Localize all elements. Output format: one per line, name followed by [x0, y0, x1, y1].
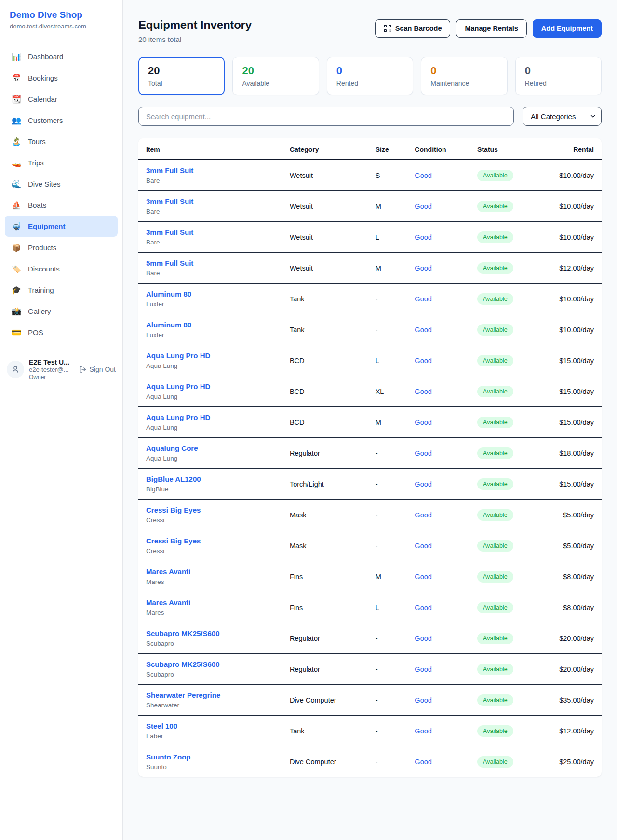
table-row: Aluminum 80 Luxfer Tank - Good Available… [138, 314, 602, 345]
item-link[interactable]: Aqua Lung Pro HD [146, 352, 210, 360]
table-row: Aqualung Core Aqua Lung Regulator - Good… [138, 438, 602, 469]
scan-barcode-button[interactable]: Scan Barcode [375, 19, 451, 38]
category-cell: Mask [282, 530, 368, 561]
condition-link[interactable]: Good [415, 635, 431, 642]
item-link[interactable]: 3mm Full Suit [146, 197, 193, 205]
search-input[interactable] [138, 107, 514, 126]
item-brand: Luxfer [146, 300, 274, 308]
sidebar-item-boats[interactable]: ⛵ Boats [5, 194, 118, 216]
stat-card-rented[interactable]: 0 Rented [327, 57, 413, 95]
rental-cell: $15.00/day [544, 469, 602, 500]
rental-cell: $15.00/day [544, 376, 602, 407]
item-link[interactable]: 3mm Full Suit [146, 166, 193, 175]
sidebar-item-equipment[interactable]: 🤿 Equipment [5, 216, 118, 237]
sidebar-item-gallery[interactable]: 📸 Gallery [5, 300, 118, 322]
item-link[interactable]: Shearwater Peregrine [146, 691, 220, 699]
condition-link[interactable]: Good [415, 172, 431, 179]
status-badge: Available [477, 417, 513, 428]
sidebar-item-label: POS [28, 328, 43, 337]
condition-link[interactable]: Good [415, 758, 431, 766]
sidebar-item-training[interactable]: 🎓 Training [5, 279, 118, 300]
condition-link[interactable]: Good [415, 573, 431, 581]
condition-link[interactable]: Good [415, 326, 431, 334]
sidebar-item-customers[interactable]: 👥 Customers [5, 109, 118, 131]
item-link[interactable]: Mares Avanti [146, 568, 190, 576]
stat-card-retired[interactable]: 0 Retired [515, 57, 602, 95]
item-link[interactable]: 5mm Full Suit [146, 259, 193, 267]
condition-link[interactable]: Good [415, 233, 431, 241]
condition-link[interactable]: Good [415, 419, 431, 426]
sidebar-item-dashboard[interactable]: 📊 Dashboard [5, 46, 118, 67]
customers-icon: 👥 [12, 116, 21, 125]
item-link[interactable]: Aqua Lung Pro HD [146, 413, 210, 421]
item-link[interactable]: Aluminum 80 [146, 290, 191, 298]
condition-link[interactable]: Good [415, 295, 431, 303]
condition-link[interactable]: Good [415, 604, 431, 611]
item-link[interactable]: Aqua Lung Pro HD [146, 382, 210, 391]
condition-link[interactable]: Good [415, 449, 431, 457]
logo-block: Demo Dive Shop demo.test.divestreams.com [0, 0, 122, 38]
sidebar-item-tours[interactable]: 🏝️ Tours [5, 131, 118, 152]
manage-rentals-button[interactable]: Manage Rentals [456, 19, 526, 38]
condition-link[interactable]: Good [415, 542, 431, 550]
equipment-icon: 🤿 [12, 222, 21, 231]
sidebar-item-bookings[interactable]: 📅 Bookings [5, 67, 118, 88]
item-brand: Cressi [146, 547, 274, 555]
condition-link[interactable]: Good [415, 480, 431, 488]
item-link[interactable]: Cressi Big Eyes [146, 506, 201, 514]
category-cell: Regulator [282, 654, 368, 685]
sidebar-item-dive-sites[interactable]: 🌊 Dive Sites [5, 173, 118, 194]
status-badge: Available [477, 694, 513, 706]
condition-link[interactable]: Good [415, 203, 431, 210]
condition-link[interactable]: Good [415, 357, 431, 365]
category-cell: Fins [282, 592, 368, 623]
item-brand: Scubapro [146, 671, 274, 678]
category-cell: Dive Computer [282, 746, 368, 777]
stat-card-available[interactable]: 20 Available [232, 57, 319, 95]
category-cell: Dive Computer [282, 685, 368, 716]
sign-out-button[interactable]: Sign Out [79, 366, 116, 373]
item-link[interactable]: Aqualung Core [146, 444, 198, 452]
category-cell: Wetsuit [282, 191, 368, 222]
rental-cell: $5.00/day [544, 530, 602, 561]
stat-value: 0 [430, 65, 497, 77]
item-link[interactable]: Scubapro MK25/S600 [146, 629, 220, 637]
page-title: Equipment Inventory [138, 18, 252, 32]
user-role: Owner [29, 374, 69, 380]
condition-link[interactable]: Good [415, 264, 431, 272]
rental-cell: $10.00/day [544, 191, 602, 222]
item-link[interactable]: Mares Avanti [146, 598, 190, 607]
add-equipment-button[interactable]: Add Equipment [533, 19, 602, 38]
sidebar-item-trips[interactable]: 🚤 Trips [5, 152, 118, 173]
item-link[interactable]: 3mm Full Suit [146, 228, 193, 236]
condition-link[interactable]: Good [415, 727, 431, 735]
sidebar-item-calendar[interactable]: 📆 Calendar [5, 88, 118, 109]
add-equipment-label: Add Equipment [541, 25, 593, 32]
condition-link[interactable]: Good [415, 511, 431, 519]
shop-logo[interactable]: Demo Dive Shop [10, 10, 113, 20]
status-badge: Available [477, 355, 513, 366]
category-cell: BCD [282, 345, 368, 376]
stat-card-maintenance[interactable]: 0 Maintenance [421, 57, 507, 95]
item-link[interactable]: BigBlue AL1200 [146, 475, 201, 483]
condition-link[interactable]: Good [415, 388, 431, 395]
item-brand: Bare [146, 239, 274, 246]
item-link[interactable]: Scubapro MK25/S600 [146, 660, 220, 668]
header-actions: Scan Barcode Manage Rentals Add Equipmen… [375, 19, 602, 38]
status-badge: Available [477, 324, 513, 336]
table-row: Cressi Big Eyes Cressi Mask - Good Avail… [138, 500, 602, 530]
item-link[interactable]: Aluminum 80 [146, 321, 191, 329]
condition-link[interactable]: Good [415, 665, 431, 673]
sidebar-item-pos[interactable]: 💳 POS [5, 322, 118, 343]
stat-card-total[interactable]: 20 Total [138, 57, 225, 95]
condition-link[interactable]: Good [415, 696, 431, 704]
item-link[interactable]: Cressi Big Eyes [146, 537, 201, 545]
category-select[interactable]: All Categories [523, 107, 602, 126]
item-link[interactable]: Steel 100 [146, 722, 177, 730]
size-cell: - [368, 284, 407, 314]
sidebar-item-discounts[interactable]: 🏷️ Discounts [5, 258, 118, 279]
item-link[interactable]: Suunto Zoop [146, 753, 190, 761]
stats-row: 20 Total 20 Available 0 Rented 0 Mainten… [138, 57, 602, 95]
size-cell: M [368, 561, 407, 592]
sidebar-item-products[interactable]: 📦 Products [5, 237, 118, 258]
